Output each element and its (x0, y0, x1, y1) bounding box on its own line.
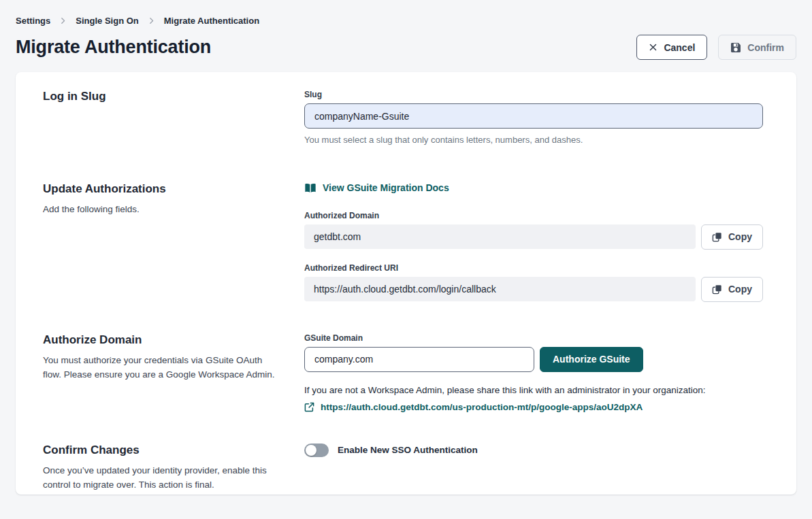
section-login-slug: Log in Slug Slug You must select a slug … (43, 90, 769, 145)
book-icon (304, 183, 316, 193)
section-title-update-authorizations: Update Authorizations (43, 182, 284, 196)
chevron-right-icon (59, 17, 67, 24)
admin-share-link[interactable]: https://auth.cloud.getdbt.com/us-product… (321, 402, 643, 412)
page-title: Migrate Authentication (16, 37, 211, 58)
section-authorize-domain: Authorize Domain You must authorize your… (43, 333, 769, 412)
slug-input[interactable] (304, 103, 763, 129)
gsuite-migration-docs-link[interactable]: View GSuite Migration Docs (304, 182, 449, 193)
slug-label: Slug (304, 90, 763, 99)
section-title-confirm-changes: Confirm Changes (43, 443, 284, 457)
page-header: Migrate Authentication Cancel Confirm (16, 35, 796, 60)
authorized-redirect-uri-value: https://auth.cloud.getdbt.com/login/call… (304, 277, 696, 301)
copy-button-label: Copy (728, 284, 752, 295)
copy-authorized-domain-button[interactable]: Copy (701, 224, 763, 250)
copy-icon (712, 284, 722, 295)
breadcrumb: Settings Single Sign On Migrate Authenti… (16, 16, 796, 26)
section-subtitle-authorize-domain: You must authorize your credentials via … (43, 353, 282, 382)
workspace-admin-note: If you are not a Workspace Admin, please… (304, 384, 763, 397)
external-link-icon (304, 402, 314, 412)
section-update-authorizations: Update Authorizations Add the following … (43, 182, 769, 302)
slug-helper-text: You must select a slug that only contain… (304, 135, 763, 145)
gsuite-domain-label: GSuite Domain (304, 333, 763, 343)
breadcrumb-settings[interactable]: Settings (16, 16, 50, 26)
breadcrumb-single-sign-on[interactable]: Single Sign On (76, 16, 138, 26)
cancel-button[interactable]: Cancel (636, 35, 707, 60)
copy-redirect-uri-button[interactable]: Copy (701, 277, 763, 302)
section-subtitle-update-authorizations: Add the following fields. (43, 202, 282, 217)
save-icon (730, 42, 741, 53)
section-subtitle-confirm-changes: Once you’ve updated your identity provid… (43, 463, 282, 492)
copy-button-label: Copy (728, 231, 752, 242)
enable-sso-toggle[interactable] (304, 443, 329, 457)
copy-icon (712, 232, 722, 242)
authorized-domain-value: getdbt.com (304, 224, 696, 249)
section-title-authorize-domain: Authorize Domain (43, 333, 284, 347)
confirm-button-label: Confirm (747, 42, 784, 53)
gsuite-domain-input[interactable] (304, 347, 534, 372)
confirm-button[interactable]: Confirm (718, 35, 796, 60)
header-actions: Cancel Confirm (636, 35, 796, 60)
chevron-right-icon (148, 17, 155, 24)
close-icon (649, 43, 657, 52)
cancel-button-label: Cancel (664, 42, 695, 53)
migrate-authentication-page: Settings Single Sign On Migrate Authenti… (0, 0, 812, 495)
breadcrumb-migrate-authentication: Migrate Authentication (164, 16, 259, 26)
enable-sso-toggle-label: Enable New SSO Authentication (338, 445, 478, 455)
authorized-redirect-uri-label: Authorized Redirect URI (304, 263, 763, 273)
section-title-login-slug: Log in Slug (43, 90, 284, 103)
admin-share-link-row[interactable]: https://auth.cloud.getdbt.com/us-product… (304, 402, 763, 412)
authorize-gsuite-button[interactable]: Authorize GSuite (540, 347, 643, 372)
gsuite-migration-docs-link-label: View GSuite Migration Docs (323, 182, 449, 193)
authorized-domain-label: Authorized Domain (304, 211, 763, 220)
settings-card: Log in Slug Slug You must select a slug … (16, 72, 796, 495)
toggle-knob (306, 445, 316, 456)
enable-sso-toggle-row: Enable New SSO Authentication (304, 443, 763, 457)
section-confirm-changes: Confirm Changes Once you’ve updated your… (43, 443, 769, 492)
